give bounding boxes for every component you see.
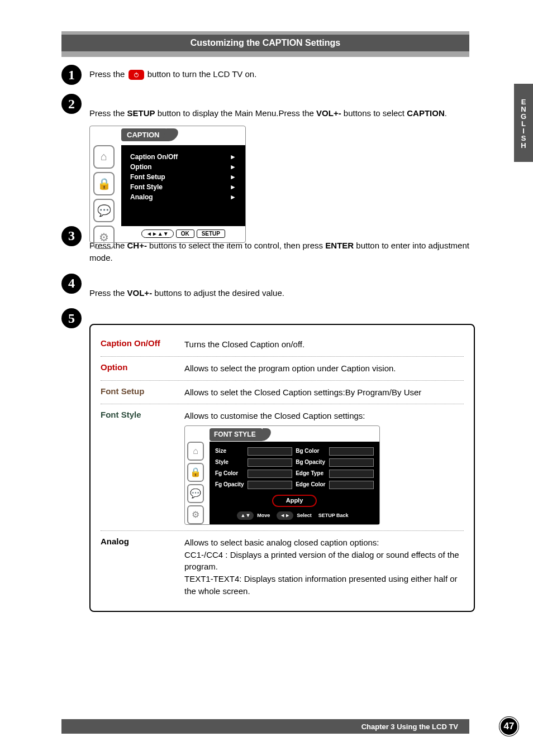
osd-item[interactable]: Caption On/Off► <box>128 152 239 162</box>
osd-title: FONT STYLE <box>210 428 263 441</box>
text: button to display the Main Menu.Press th… <box>155 108 317 118</box>
fs-label: Bg Color <box>296 447 325 456</box>
picture-icon: ⌂ <box>187 442 204 461</box>
fs-label: Edge Type <box>296 470 325 478</box>
caption-icon: 💬 <box>93 199 115 222</box>
page-number: 47 <box>499 717 518 736</box>
apply-button[interactable]: Apply <box>272 495 317 507</box>
step-4-text: Press the VOL+- buttons to adjust the de… <box>89 274 475 300</box>
text: button to turn the LCD TV on. <box>147 69 257 79</box>
text: Press the <box>89 69 127 79</box>
step-1: 1 Press the button to turn the LCD TV on… <box>61 65 475 85</box>
step-1-text: Press the button to turn the LCD TV on. <box>89 65 475 81</box>
setting-desc: Turns the Closed Caption on/off. <box>184 338 464 351</box>
osd-key-hints: ◄►▲▼ OK SETUP <box>121 226 245 242</box>
osd-item[interactable]: Font Setup► <box>128 172 239 182</box>
fs-label: Fg Color <box>215 470 244 478</box>
text: Press the <box>89 108 127 118</box>
osd-category-icons: ⌂ 🔒 💬 ⚙ <box>187 442 207 527</box>
chevron-right-icon: ► <box>230 153 236 161</box>
text: VOL+- <box>127 288 153 298</box>
fs-value-field[interactable] <box>329 447 374 456</box>
fs-label: Edge Color <box>296 481 325 489</box>
text: Allows to customise the Closed Caption s… <box>184 411 365 420</box>
osd-item[interactable]: Analog► <box>128 192 239 202</box>
table-row: Option Allows to select the program opti… <box>101 357 464 381</box>
hint-text: Move <box>257 512 270 519</box>
text: VOL+- <box>316 108 341 118</box>
setting-desc: Allows to select basic analog closed cap… <box>184 537 464 597</box>
osd-item-label: Option <box>130 163 152 171</box>
text: Press the <box>89 288 127 298</box>
table-row: Analog Allows to select basic analog clo… <box>101 531 464 603</box>
text: buttons to adjust the desired value. <box>152 288 284 298</box>
setting-label: Analog <box>101 537 184 546</box>
lock-icon: 🔒 <box>93 172 115 195</box>
osd-item[interactable]: Font Style► <box>128 182 239 192</box>
caption-settings-table: Caption On/Off Turns the Closed Caption … <box>89 324 475 612</box>
osd-fontstyle-menu: ⌂ 🔒 💬 ⚙ FONT STYLE Size Bg Color Style <box>184 425 380 525</box>
fs-value-field[interactable] <box>248 458 292 467</box>
settings-icon: ⚙ <box>187 505 204 524</box>
chevron-right-icon: ► <box>230 173 236 181</box>
page-title: Customizing the CAPTION Settings <box>61 35 469 51</box>
osd-item-label: Font Setup <box>130 173 165 181</box>
step-number-icon: 4 <box>61 274 82 294</box>
setting-desc: Allows to customise the Closed Caption s… <box>184 410 464 525</box>
osd-title: CAPTION <box>121 128 168 141</box>
step-number-icon: 1 <box>61 65 82 85</box>
fs-value-field[interactable] <box>329 470 374 478</box>
picture-icon: ⌂ <box>93 145 115 169</box>
step-number-icon: 3 <box>61 226 82 246</box>
footer-bar: Chapter 3 Using the LCD TV <box>61 719 469 734</box>
osd-item-label: Font Style <box>130 183 163 191</box>
text: . <box>445 108 447 118</box>
table-row: Font Setup Allows to selet the Closed Ca… <box>101 381 464 405</box>
language-tab: ENGLISH <box>514 84 533 162</box>
settings-icon: ⚙ <box>93 226 115 249</box>
osd-item-label: Caption On/Off <box>130 153 178 161</box>
ok-key: OK <box>176 229 194 238</box>
power-icon <box>129 70 144 80</box>
setting-label: Font Style <box>101 410 184 419</box>
setting-label: Caption On/Off <box>101 338 184 348</box>
fs-label: Size <box>215 447 244 456</box>
chevron-right-icon: ► <box>230 183 236 191</box>
step-number-icon: 5 <box>61 308 82 328</box>
leftright-key-icon: ◄► <box>277 511 293 520</box>
setting-label: Option <box>101 362 184 372</box>
fs-value-field[interactable] <box>329 481 374 489</box>
chapter-label: Chapter 3 Using the LCD TV <box>361 722 458 731</box>
fs-value-field[interactable] <box>248 481 292 489</box>
text: ENTER <box>325 241 354 250</box>
chevron-right-icon: ► <box>230 193 236 201</box>
setup-key: SETUP <box>197 229 225 238</box>
fs-value-field[interactable] <box>248 470 292 478</box>
fs-value-field[interactable] <box>248 447 292 456</box>
hint-text: Select <box>297 512 312 519</box>
text: CAPTION <box>407 108 445 118</box>
step-2: 2 Press the SETUP button to display the … <box>61 94 475 120</box>
fs-label: Style <box>215 458 244 467</box>
step-4: 4 Press the VOL+- buttons to adjust the … <box>61 274 475 300</box>
setting-desc: Allows to selet the Closed Caption setti… <box>184 386 464 399</box>
table-row: Font Style Allows to customise the Close… <box>101 404 464 531</box>
table-row: Caption On/Off Turns the Closed Caption … <box>101 333 464 357</box>
lock-icon: 🔒 <box>187 463 204 482</box>
setting-desc: Allows to select the program option unde… <box>184 362 464 375</box>
osd-item-label: Analog <box>130 193 153 201</box>
step-2-text: Press the SETUP button to display the Ma… <box>89 94 475 120</box>
text: buttons to select <box>341 108 407 118</box>
fs-label: Fg Opacity <box>215 481 244 489</box>
setting-label: Font Setup <box>101 386 184 396</box>
nav-key-icon: ◄►▲▼ <box>141 229 174 238</box>
osd-item[interactable]: Option► <box>128 162 239 172</box>
osd-caption-menu: ⌂ 🔒 💬 ⚙ CAPTION Caption On/Off► Option► … <box>89 126 246 243</box>
fs-label: Bg Opacity <box>296 458 325 467</box>
osd-key-hints: ▲▼ Move ◄► Select SETUP Back <box>215 509 374 521</box>
fs-value-field[interactable] <box>329 458 374 467</box>
updown-key-icon: ▲▼ <box>237 511 254 520</box>
caption-icon: 💬 <box>187 484 204 503</box>
step-number-icon: 2 <box>61 94 82 114</box>
hint-text: SETUP Back <box>318 512 349 519</box>
